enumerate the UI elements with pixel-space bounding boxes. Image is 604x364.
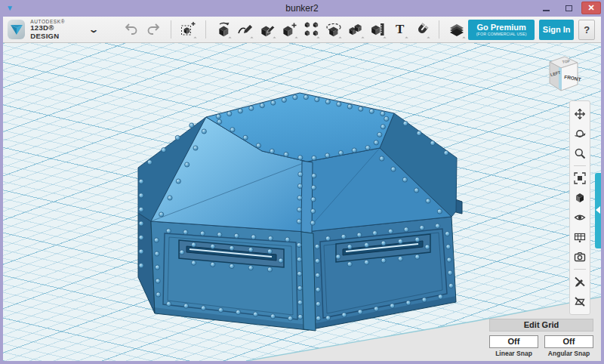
modify-tool-button[interactable]	[281, 19, 298, 40]
go-premium-button[interactable]: Go Premium (FOR COMMERCIAL USE)	[468, 20, 535, 40]
hide-sketches-button[interactable]	[571, 272, 589, 292]
text-tool-icon: T	[396, 22, 404, 37]
pattern-icon	[304, 21, 320, 38]
fit-view-button[interactable]	[571, 168, 589, 188]
eye-icon	[574, 211, 586, 224]
window-controls: ✕	[536, 2, 601, 14]
undo-button[interactable]	[122, 19, 140, 40]
sketch-tool-button[interactable]	[236, 19, 254, 40]
edit-grid-button[interactable]: Edit Grid	[489, 319, 593, 332]
hide-construction-icon	[574, 295, 586, 307]
primitives-icon	[180, 21, 196, 38]
construct-icon	[259, 21, 276, 38]
visibility-button[interactable]	[571, 208, 589, 227]
materials-tool-button[interactable]	[448, 19, 466, 40]
pan-icon	[574, 108, 586, 120]
text-tool-button[interactable]: T	[391, 19, 408, 40]
snap-tool-button[interactable]	[413, 19, 430, 40]
grouping-tool-button[interactable]	[325, 19, 342, 40]
screenshot-button[interactable]	[571, 247, 589, 267]
linear-snap-label: Linear Snap	[489, 350, 538, 357]
titlebar: ▼ bunker2 ✕	[0, 0, 604, 17]
zoom-button[interactable]	[571, 143, 589, 163]
help-button[interactable]: ?	[578, 20, 595, 40]
orbit-button[interactable]	[571, 124, 589, 143]
minimize-button[interactable]	[536, 2, 556, 14]
app-menu-button[interactable]	[8, 20, 25, 39]
shading-button[interactable]	[571, 188, 589, 208]
shading-cube-icon	[574, 192, 586, 204]
go-premium-sub: (FOR COMMERCIAL USE)	[476, 32, 527, 36]
go-premium-label: Go Premium	[476, 23, 525, 32]
view-cube[interactable]: TOP FRONT LEFT	[544, 54, 583, 94]
orbit-icon	[574, 128, 586, 140]
viewport[interactable]: TOP FRONT LEFT	[3, 43, 601, 361]
brand-product: 123D® DESIGN	[30, 24, 79, 40]
brand-text: AUTODESK® 123D® DESIGN	[30, 19, 79, 40]
pattern-tool-button[interactable]	[303, 19, 320, 40]
materials-icon	[448, 21, 466, 38]
close-button[interactable]: ✕	[581, 2, 601, 14]
maximize-button[interactable]	[559, 2, 578, 14]
navigation-toolbar	[569, 100, 590, 315]
hide-sketches-icon	[574, 276, 586, 288]
sign-in-button[interactable]: Sign In	[539, 20, 574, 40]
view-settings-icon	[574, 231, 586, 243]
angular-snap-label: Angular Snap	[544, 350, 593, 357]
fit-view-icon	[574, 172, 586, 184]
123d-logo-icon	[9, 22, 24, 37]
redo-button[interactable]	[145, 19, 162, 40]
sketch-icon	[237, 21, 254, 38]
pan-button[interactable]	[571, 104, 589, 124]
combine-tool-button[interactable]	[347, 19, 364, 40]
app-window: ▼ bunker2 ✕ AUTODESK® 123D® DESIGN ⌄	[0, 0, 604, 364]
chevron-left-icon	[596, 206, 600, 214]
transform-icon	[215, 21, 232, 38]
angular-snap-button[interactable]: Off	[544, 335, 593, 348]
grid-snap-panel: Edit Grid Off Off Linear Snap Angular Sn…	[489, 319, 593, 357]
modify-icon	[281, 21, 297, 38]
camera-icon	[574, 251, 586, 263]
main-toolbar: AUTODESK® 123D® DESIGN ⌄	[3, 17, 601, 43]
primitives-tool-button[interactable]	[180, 19, 197, 40]
undo-icon	[124, 23, 139, 36]
panel-expand-tab[interactable]	[595, 173, 601, 248]
main-menu-chevron-icon[interactable]: ⌄	[88, 24, 99, 35]
construct-tool-button[interactable]	[258, 19, 276, 40]
window-title: bunker2	[0, 3, 604, 14]
linear-snap-button[interactable]: Off	[489, 335, 538, 348]
zoom-icon	[574, 147, 586, 159]
view-settings-button[interactable]	[571, 227, 589, 247]
combine-icon	[347, 21, 364, 38]
ground-grid	[3, 43, 601, 361]
transform-tool-button[interactable]	[214, 19, 232, 40]
redo-icon	[146, 23, 161, 36]
measure-tool-button[interactable]	[369, 19, 387, 40]
measure-icon	[369, 21, 386, 38]
hide-construction-button[interactable]	[571, 292, 589, 311]
grouping-icon	[325, 21, 342, 38]
magnet-icon	[414, 21, 430, 38]
